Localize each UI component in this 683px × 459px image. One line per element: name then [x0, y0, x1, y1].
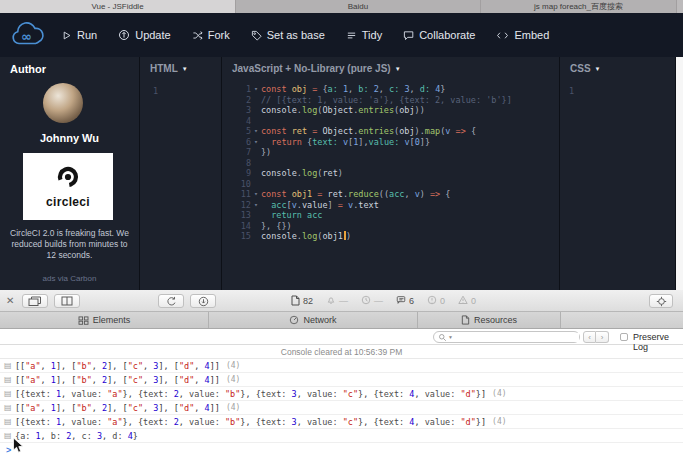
split-view-icon[interactable] [54, 294, 80, 308]
console-log-row[interactable]: ▤[{text: 1, value: "a"}, {text: 2, value… [0, 387, 683, 401]
code-token: obj1 [292, 189, 312, 199]
update-button[interactable]: Update [118, 29, 170, 41]
log-token: "c" [128, 375, 143, 385]
ad-attribution[interactable]: ads via Carbon [0, 274, 139, 283]
tab-label: Resources [474, 315, 517, 325]
document-stat[interactable]: 82 [291, 295, 313, 308]
log-disclosure-icon[interactable]: ▤ [4, 403, 15, 413]
run-button[interactable]: Run [61, 29, 97, 41]
line-number: 7 [222, 147, 251, 158]
fold-arrow-icon[interactable]: ▾ [251, 126, 261, 137]
code-line[interactable]: 13 return acc [222, 210, 559, 221]
console-log-row[interactable]: ▤{a: 1, b: 2, c: 3, d: 4} [0, 429, 683, 443]
code-line[interactable]: 10 [222, 179, 559, 190]
settings-gear-icon[interactable] [649, 294, 673, 308]
code-token: console [261, 105, 297, 115]
log-disclosure-icon[interactable]: ▤ [4, 361, 15, 371]
code-line[interactable]: 7}) [222, 147, 559, 158]
bell-stat[interactable]: — [326, 295, 348, 307]
sidebar: Author Johnny Wu circleci CircleCI 2.0 i… [0, 57, 140, 290]
log-token: , [92, 403, 102, 413]
code-line[interactable]: 15console.log(obj1) [222, 231, 559, 242]
code-token: obj [292, 84, 307, 94]
html-panel-header[interactable]: HTML ▼ [150, 63, 188, 74]
browser-tab-partial[interactable] [677, 0, 683, 13]
play-icon [61, 30, 72, 41]
clock-stat[interactable]: — [361, 295, 383, 307]
code-line[interactable]: 4 [222, 116, 559, 127]
code-line[interactable]: 8 [222, 158, 559, 169]
code-line[interactable]: 1▾const obj = {a: 1, b: 2, c: 3, d: 4} [222, 84, 559, 95]
console-prompt[interactable]: > [0, 443, 683, 457]
browser-tab-3[interactable]: js map foreach_百度搜索 [481, 0, 677, 13]
find-next-button[interactable]: › [596, 331, 609, 343]
log-token: text: [379, 389, 410, 399]
code-line[interactable]: 14}, {}) [222, 221, 559, 232]
find-previous-button[interactable]: ‹ [583, 331, 596, 343]
log-token: ], [ [107, 403, 127, 413]
console-log-row[interactable]: ▤[["a", 1], ["b", 2], ["c", 3], ["d", 4]… [0, 401, 683, 415]
js-code-editor[interactable]: 1▾const obj = {a: 1, b: 2, c: 3, d: 4}2/… [222, 84, 559, 242]
log-token: value: [189, 389, 225, 399]
console-log-row[interactable]: ▤[{text: 1, value: "a"}, {text: 2, value… [0, 415, 683, 429]
search-input[interactable]: ▼ [433, 331, 580, 343]
code-line[interactable]: 6▾ return {text: v[1],value: v[0]} [222, 137, 559, 148]
author-avatar[interactable] [43, 83, 83, 123]
warning-stat[interactable]: 0 [458, 295, 476, 307]
embed-button[interactable]: Embed [496, 29, 549, 41]
author-name[interactable]: Johnny Wu [0, 132, 139, 144]
preserve-log-label[interactable]: Preserve Log [633, 332, 683, 352]
log-disclosure-icon[interactable]: ▤ [4, 389, 15, 399]
search-text-field[interactable] [454, 333, 579, 342]
console-log-row[interactable]: ▤[["a", 1], ["b", 2], ["c", 3], ["d", 4]… [0, 359, 683, 373]
stat-value: 0 [471, 296, 476, 306]
code-token: obj [399, 105, 414, 115]
bubble-stat[interactable]: 6 [396, 295, 414, 307]
log-token: , [41, 403, 51, 413]
collaborate-button[interactable]: Collaborate [403, 29, 475, 41]
tab-resources[interactable]: Resources [418, 312, 561, 328]
css-panel-header[interactable]: CSS ▼ [570, 63, 601, 74]
code-token: text [358, 200, 378, 210]
code-token: ) [338, 168, 343, 178]
js-panel-header[interactable]: JavaScript + No-Library (pure JS) ▼ [232, 63, 401, 74]
code-line[interactable]: 5▾const ret = Object.entries(obj).map(v … [222, 126, 559, 137]
tab-network[interactable]: Network [209, 312, 418, 328]
console-log-row[interactable]: ▤[["a", 1], ["b", 2], ["c", 3], ["d", 4]… [0, 373, 683, 387]
code-line[interactable]: 2// [{text: 1, value: 'a'}, {text: 2, va… [222, 95, 559, 106]
code-line[interactable]: 12▾ acc[v.value] = v.text [222, 200, 559, 211]
fold-arrow-icon[interactable]: ▾ [251, 137, 261, 148]
tab-elements[interactable]: Elements [0, 312, 209, 328]
log-disclosure-icon[interactable]: ▤ [4, 375, 15, 385]
code-line[interactable]: 11▾const obj1 = ret.reduce((acc, v) => { [222, 189, 559, 200]
log-token: "d" [179, 361, 194, 371]
code-line[interactable]: 3console.log(Object.entries(obj)) [222, 105, 559, 116]
jsfiddle-logo[interactable]: ∞ [9, 19, 47, 51]
js-panel[interactable]: JavaScript + No-Library (pure JS) ▼ 1▾co… [222, 57, 560, 290]
browser-tab-1[interactable]: Vue - JSFiddle [0, 0, 236, 13]
download-icon[interactable] [190, 294, 216, 308]
code-line[interactable]: 9console.log(ret) [222, 168, 559, 179]
log-token: "c" [343, 389, 358, 399]
dock-icon[interactable] [22, 294, 48, 308]
css-panel[interactable]: CSS ▼ 1 [560, 57, 676, 290]
set-as-base-button[interactable]: Set as base [251, 29, 325, 41]
reload-icon[interactable] [158, 294, 184, 308]
html-panel[interactable]: HTML ▼ 1 [140, 57, 222, 290]
fork-button[interactable]: Fork [192, 29, 230, 41]
log-token: value: [307, 417, 343, 427]
log-disclosure-icon[interactable]: ▤ [4, 417, 15, 427]
log-token: , [143, 375, 153, 385]
preserve-log-checkbox[interactable] [620, 333, 628, 341]
log-disclosure-icon[interactable]: ▤ [4, 431, 15, 441]
error-stat[interactable]: 0 [427, 295, 445, 307]
browser-tab-2[interactable]: Baidu [236, 0, 481, 13]
tidy-button[interactable]: Tidy [346, 29, 382, 41]
circleci-ad[interactable]: circleci [23, 153, 113, 220]
close-icon[interactable]: ✕ [6, 295, 14, 306]
fold-arrow-icon[interactable]: ▾ [251, 189, 261, 200]
log-count: (4) [492, 389, 506, 398]
fold-arrow-icon[interactable]: ▾ [251, 200, 261, 211]
fold-arrow-icon[interactable]: ▾ [251, 84, 261, 95]
result-panel-edge [676, 57, 683, 290]
